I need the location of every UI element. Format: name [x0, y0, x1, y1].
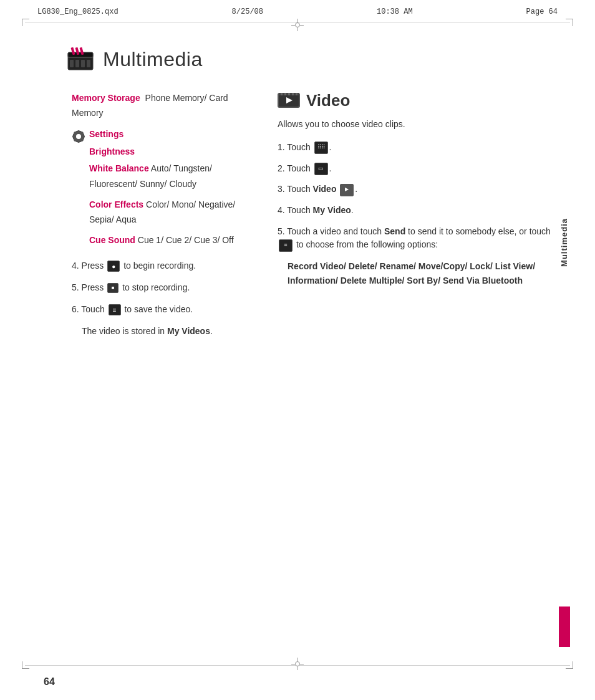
cue-sound-block: Cue Sound Cue 1/ Cue 2/ Cue 3/ Off [89, 233, 253, 248]
settings-gear-icon [72, 130, 85, 143]
color-effects-block: Color Effects Color/ Mono/ Negative/ Sep… [89, 197, 253, 228]
corner-br [566, 661, 573, 669]
step2-icon: ▭ [314, 163, 328, 175]
step3-right: 3. Touch Video ▶. [278, 183, 554, 196]
svg-rect-27 [288, 93, 290, 95]
memory-storage-label: Memory Storage [72, 93, 140, 103]
svg-rect-28 [292, 93, 294, 95]
page-title: Multimedia [103, 48, 203, 71]
white-balance-label: White Balance [89, 163, 149, 173]
center-bottom-crosshair [291, 658, 304, 670]
record-icon: ● [107, 261, 120, 272]
step1-right: 1. Touch ⠿⠿. [278, 141, 554, 155]
brightness-label: Brightness [89, 146, 135, 156]
step6b: The video is stored in My Videos. [82, 325, 253, 338]
stop-icon: ■ [107, 283, 119, 293]
svg-rect-9 [87, 60, 90, 67]
header-page: Page 64 [526, 7, 558, 16]
color-effects-label: Color Effects [89, 199, 143, 209]
header-time: 10:38 AM [377, 7, 413, 16]
svg-rect-7 [75, 60, 79, 67]
svg-rect-29 [296, 93, 298, 95]
video-title: Video [306, 91, 350, 110]
multimedia-icon [65, 47, 95, 72]
top-header: LG830_Eng_0825.qxd 8/25/08 10:38 AM Page… [37, 7, 558, 16]
page-container: LG830_Eng_0825.qxd 8/25/08 10:38 AM Page… [0, 0, 595, 700]
main-content: Multimedia Memory Storage Phone Memory/ … [34, 34, 561, 659]
video-section-icon [278, 90, 300, 110]
step6-left: 6. Touch ≡ to save the video. [72, 303, 253, 316]
svg-rect-1 [68, 52, 93, 57]
svg-rect-12 [78, 130, 80, 133]
step2-right: 2. Touch ▭. [278, 162, 554, 176]
svg-rect-26 [284, 93, 286, 95]
corner-tl [22, 19, 29, 26]
step5-text: 5. Press ■ to stop recording. [72, 281, 190, 294]
sidebar-label: Multimedia [559, 218, 569, 267]
step4-left: 4. Press ● to begin recording. [72, 259, 253, 272]
svg-rect-13 [78, 140, 80, 143]
svg-point-20 [77, 135, 81, 139]
left-column: Memory Storage Phone Memory/ Card Memory [34, 90, 265, 338]
video-title-row: Video [278, 90, 554, 110]
center-top-crosshair [291, 19, 304, 31]
settings-row: Settings [72, 129, 253, 143]
step5-icon: ≡ [279, 239, 293, 252]
svg-rect-6 [70, 60, 74, 67]
right-column: Video Allows you to choose video clips. … [265, 90, 561, 338]
svg-rect-8 [81, 60, 85, 67]
step6-text: 6. Touch ≡ to save the video. [72, 303, 193, 316]
svg-rect-25 [281, 93, 283, 95]
step5-right: 5. Touch a video and touch Send to send … [278, 225, 554, 252]
page-title-section: Multimedia [65, 47, 561, 72]
step3-icon: ▶ [340, 184, 354, 196]
header-filename: LG830_Eng_0825.qxd [37, 7, 119, 16]
steps-left: 4. Press ● to begin recording. 5. Press … [72, 259, 253, 338]
corner-tr [566, 19, 573, 26]
white-balance-block: White Balance Auto/ Tungsten/ Fluorescen… [89, 161, 253, 192]
cue-sound-label: Cue Sound [89, 235, 135, 245]
save-icon: ≡ [109, 304, 121, 315]
svg-rect-14 [72, 136, 75, 138]
step1-icon: ⠿⠿ [314, 141, 328, 154]
corner-bl [22, 661, 29, 669]
header-date: 8/25/08 [232, 7, 263, 16]
step4-right: 4. Touch My Video. [278, 204, 554, 218]
step5-left: 5. Press ■ to stop recording. [72, 281, 253, 294]
options-text: Record Video/ Delete/ Rename/ Move/Copy/… [288, 259, 554, 287]
svg-rect-15 [82, 136, 85, 138]
cue-sound-text: Cue 1/ Cue 2/ Cue 3/ Off [135, 235, 234, 245]
columns: Memory Storage Phone Memory/ Card Memory [34, 90, 561, 338]
video-desc: Allows you to choose video clips. [278, 118, 554, 131]
step4-text: 4. Press ● to begin recording. [72, 259, 196, 272]
settings-label: Settings [89, 129, 123, 139]
brightness-item: Brightness [89, 146, 253, 157]
options-list: Record Video/ Delete/ Rename/ Move/Copy/… [288, 259, 554, 287]
memory-storage-block: Memory Storage Phone Memory/ Card Memory [72, 90, 253, 120]
page-number: 64 [44, 676, 55, 688]
